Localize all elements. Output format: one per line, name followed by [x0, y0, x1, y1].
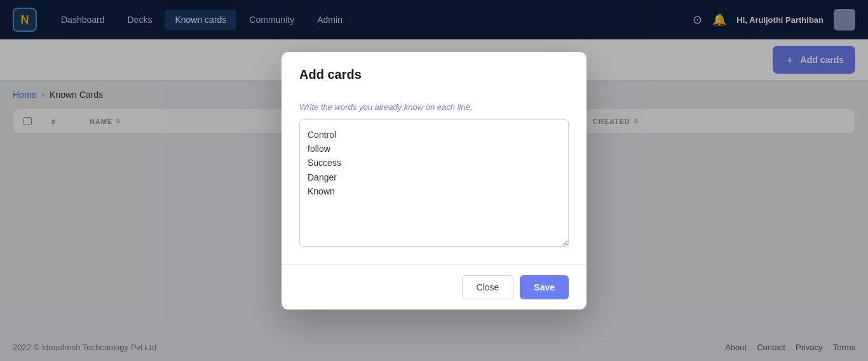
- modal-hint: Write the words you already know on each…: [299, 102, 569, 112]
- modal-header: Add cards: [281, 52, 587, 92]
- modal-title: Add cards: [299, 67, 569, 82]
- modal-body: Write the words you already know on each…: [281, 92, 587, 264]
- words-textarea[interactable]: Control follow Success Danger Known: [299, 119, 569, 247]
- modal-overlay[interactable]: Add cards Write the words you already kn…: [0, 0, 868, 361]
- close-button[interactable]: Close: [462, 275, 514, 299]
- save-button[interactable]: Save: [520, 275, 569, 299]
- modal-footer: Close Save: [281, 264, 587, 310]
- add-cards-modal: Add cards Write the words you already kn…: [281, 52, 587, 310]
